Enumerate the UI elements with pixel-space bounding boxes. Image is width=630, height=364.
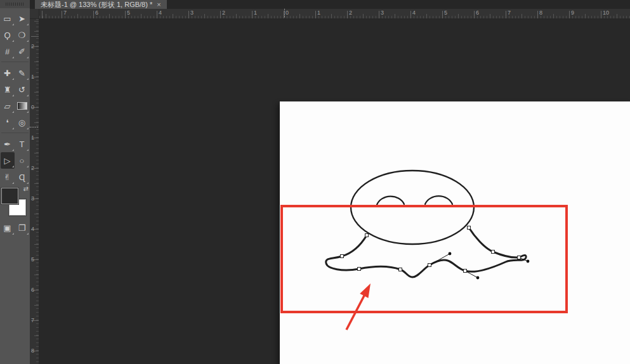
- quick-mask-mode-button[interactable]: ▣: [1, 219, 15, 236]
- crop-tool[interactable]: #: [1, 43, 15, 60]
- quick-selection-tool[interactable]: ❍: [15, 27, 29, 43]
- spot-healing-brush-tool[interactable]: ✚: [1, 65, 15, 81]
- vertical-ruler[interactable]: 21012345678: [30, 19, 39, 364]
- gradient-tool[interactable]: [15, 98, 29, 114]
- ruler-cursor-indicator-y: [30, 127, 39, 127]
- color-swatches: ⇄: [0, 185, 30, 221]
- blur-tool-icon: ❛: [6, 118, 8, 127]
- brush-tool-icon: ✎: [18, 68, 25, 78]
- vruler-label: 4: [31, 226, 34, 232]
- history-brush-tool-icon: ↺: [18, 85, 25, 94]
- hruler-label: 6: [95, 10, 98, 16]
- hand-tool-icon: ✌: [4, 172, 11, 182]
- hruler-label: 4: [412, 10, 416, 16]
- vruler-label: 3: [31, 195, 34, 202]
- move-tool[interactable]: ➤: [15, 10, 29, 27]
- vruler-label: 1: [31, 74, 34, 80]
- vruler-label: 1: [31, 134, 34, 141]
- eyedropper-tool[interactable]: ✐: [15, 43, 29, 60]
- eyedropper-tool-icon: ✐: [18, 47, 25, 56]
- blur-tool[interactable]: ❛: [1, 114, 15, 131]
- clone-stamp-tool-icon: ♜: [4, 85, 11, 94]
- hruler-label: 5: [127, 10, 130, 16]
- brush-tool[interactable]: ✎: [15, 65, 29, 81]
- vruler-label: 2: [31, 43, 34, 49]
- clone-stamp-tool[interactable]: ♜: [1, 81, 15, 98]
- spot-healing-brush-tool-icon: ✚: [4, 68, 11, 78]
- type-tool-icon: T: [20, 140, 25, 149]
- move-tool-icon: ➤: [18, 14, 25, 23]
- tools-panel: ▭➤Ϙ❍#✐✚✎♜↺▱❛◎✒T▷○✌Ɋ ⇄ ▣❐: [0, 0, 30, 364]
- ellipse-shape-tool[interactable]: ○: [15, 152, 29, 169]
- document-canvas[interactable]: [280, 101, 630, 364]
- pen-tool-icon: ✒: [4, 140, 11, 149]
- lasso-tool-icon: Ϙ: [4, 30, 10, 40]
- path-selection-tool[interactable]: ▷: [1, 152, 15, 169]
- hruler-label: 2: [349, 10, 352, 16]
- ellipse-shape-tool-icon: ○: [20, 156, 25, 166]
- tool-group-divider: [0, 60, 30, 65]
- type-tool[interactable]: T: [15, 136, 29, 152]
- crop-tool-icon: #: [5, 47, 10, 56]
- hruler-label: 7: [63, 10, 67, 16]
- rectangular-marquee-tool[interactable]: ▭: [1, 10, 15, 27]
- hruler-label: 1: [317, 10, 320, 16]
- hruler-label: 4: [159, 10, 162, 16]
- pen-tool[interactable]: ✒: [1, 136, 15, 152]
- panel-grip-icon: [6, 3, 25, 6]
- screen-mode-button-icon: ❐: [18, 223, 26, 233]
- ruler-cursor-indicator-x: [284, 9, 285, 18]
- hruler-label: 5: [444, 10, 447, 16]
- eraser-tool[interactable]: ▱: [1, 98, 15, 114]
- tab-close-icon[interactable]: ×: [157, 0, 161, 10]
- vruler-label: 2: [31, 165, 34, 171]
- quick-mask-mode-button-icon: ▣: [3, 223, 11, 233]
- path-selection-tool-icon: ▷: [4, 156, 11, 166]
- tool-grid: ▭➤Ϙ❍#✐✚✎♜↺▱❛◎✒T▷○✌Ɋ: [0, 10, 30, 185]
- vruler-label: 0: [31, 104, 34, 110]
- hruler-label: 2: [222, 10, 225, 16]
- ruler-corner: [30, 9, 39, 19]
- hruler-label: 8: [539, 10, 542, 16]
- zoom-tool[interactable]: Ɋ: [15, 169, 29, 185]
- hruler-label: 9: [571, 10, 574, 16]
- zoom-tool-icon: Ɋ: [19, 172, 25, 182]
- horizontal-ruler[interactable]: 7654321012345678910: [39, 9, 630, 19]
- vruler-label: 6: [31, 287, 34, 293]
- history-brush-tool[interactable]: ↺: [15, 81, 29, 98]
- quick-selection-tool-icon: ❍: [18, 30, 26, 40]
- document-tab[interactable]: 未标题-1 @ 133% (形状 1, RGB/8) * ×: [35, 0, 167, 9]
- vruler-label: 8: [31, 348, 34, 354]
- tool-group-divider: [0, 131, 30, 136]
- hruler-label: 6: [476, 10, 479, 16]
- document-tab-title: 未标题-1 @ 133% (形状 1, RGB/8) *: [41, 0, 152, 10]
- hand-tool[interactable]: ✌: [1, 169, 15, 185]
- foreground-color-swatch[interactable]: [1, 188, 18, 204]
- lasso-tool[interactable]: Ϙ: [1, 27, 15, 43]
- document-tab-bar: 未标题-1 @ 133% (形状 1, RGB/8) * ×: [30, 0, 630, 9]
- tools-panel-header[interactable]: [0, 0, 30, 8]
- vruler-label: 7: [31, 317, 34, 323]
- dodge-tool-icon: ◎: [18, 118, 25, 127]
- screen-mode-button[interactable]: ❐: [15, 219, 29, 236]
- hruler-label: 3: [190, 10, 194, 16]
- rectangular-marquee-tool-icon: ▭: [3, 14, 11, 23]
- hruler-label: 7: [508, 10, 511, 16]
- vruler-label: 5: [31, 256, 34, 263]
- dodge-tool[interactable]: ◎: [15, 114, 29, 131]
- gradient-tool-icon: [17, 102, 27, 110]
- tool-grid-bottom: ▣❐: [0, 219, 30, 236]
- eraser-tool-icon: ▱: [4, 101, 11, 111]
- hruler-label: 10: [603, 10, 609, 16]
- swap-colors-icon[interactable]: ⇄: [23, 185, 29, 192]
- hruler-label: 1: [254, 10, 257, 16]
- hruler-label: 0: [285, 10, 289, 16]
- hruler-label: 3: [381, 10, 384, 16]
